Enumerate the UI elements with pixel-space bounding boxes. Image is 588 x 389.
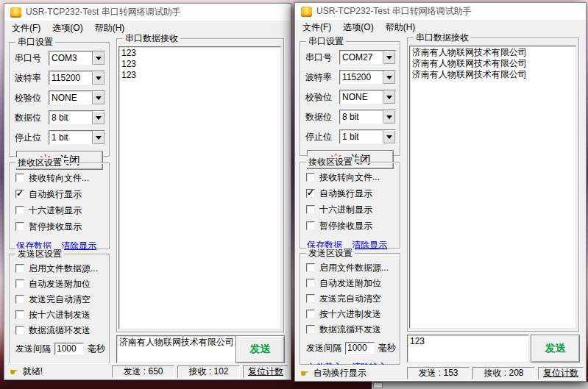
app-icon [10, 7, 21, 18]
menu-file[interactable]: 文件(F) [6, 21, 46, 36]
checkbox-auto-wrap[interactable] [15, 190, 24, 199]
databits-select[interactable]: 8 bit [339, 110, 396, 124]
group-title-send: 发送区设置 [306, 248, 355, 259]
option-row: 启用文件数据源... [15, 263, 106, 274]
receive-settings-group: 接收区设置 接收转向文件... 自动换行显示 十六进制显示 暂停接收显示 保存数… [9, 163, 110, 249]
status-message-area: ☛ 就绪! [6, 365, 109, 378]
dropdown-arrow-icon[interactable] [92, 131, 105, 144]
interval-label: 发送间隔 [15, 343, 51, 355]
data-bits-row: 数据位 8 bit [15, 110, 105, 125]
port-label: 串口号 [305, 51, 339, 64]
send-input[interactable]: 济南有人物联网技术有限公司 [116, 335, 238, 363]
parity-select[interactable]: NONE [49, 90, 105, 105]
clear-display-link[interactable]: 清除显示 [61, 240, 96, 252]
checkbox-clear-after-send[interactable] [15, 295, 24, 304]
send-button[interactable]: 发送 [235, 335, 285, 363]
checkbox-label: 自动发送附加位 [319, 277, 381, 290]
menu-options[interactable]: 选项(O) [46, 21, 88, 36]
interval-input[interactable] [54, 343, 84, 355]
checkbox-label: 数据流循环发送 [29, 324, 91, 337]
checkbox-hex-display[interactable] [15, 206, 24, 215]
checkbox-hex-send[interactable] [306, 310, 315, 318]
stopbits-select[interactable]: 1 bit [339, 129, 396, 144]
dropdown-arrow-icon[interactable] [383, 130, 395, 143]
option-row: 接收转向文件... [15, 173, 106, 183]
checkbox-label: 十六进制显示 [29, 204, 82, 217]
dropdown-arrow-icon[interactable] [383, 51, 395, 64]
interval-input[interactable] [345, 342, 375, 354]
menu-file[interactable]: 文件(F) [297, 20, 337, 35]
stopbits-select[interactable]: 1 bit [49, 130, 105, 145]
checkbox-auto-append[interactable] [15, 279, 24, 288]
checkbox-label: 接收转向文件... [319, 171, 380, 184]
background-window-fragment [373, 382, 383, 388]
checkbox-file-source[interactable] [306, 263, 315, 272]
checkbox-hex-send[interactable] [15, 310, 24, 319]
dropdown-arrow-icon[interactable] [383, 71, 395, 84]
checkbox-pause-receive[interactable] [15, 222, 24, 231]
dropdown-arrow-icon[interactable] [383, 90, 395, 104]
checkbox-auto-wrap[interactable] [306, 189, 315, 198]
status-message-area: ☛ 自动换行显示 [297, 367, 404, 379]
checkbox-receive-to-file[interactable] [306, 173, 315, 182]
dropdown-arrow-icon[interactable] [383, 110, 395, 124]
titlebar[interactable]: USR-TCP232-Test 串口转网络调试助手 [4, 4, 291, 21]
baud-select[interactable]: 115200 [49, 71, 105, 85]
option-row: 按十六进制发送 [306, 309, 397, 319]
dropdown-arrow-icon[interactable] [92, 51, 105, 65]
checkbox-clear-after-send[interactable] [306, 294, 315, 303]
interval-unit: 毫秒 [378, 342, 396, 354]
option-row: 自动换行显示 [15, 189, 106, 199]
serial-port-row: 串口号 COM3 [15, 51, 105, 65]
checkbox-label: 自动换行显示 [29, 188, 82, 201]
send-button[interactable]: 发送 [531, 335, 580, 363]
checkbox-label: 启用文件数据源... [29, 263, 98, 275]
port-select[interactable]: COM3 [49, 51, 105, 65]
checkbox-file-source[interactable] [15, 264, 24, 273]
dropdown-arrow-icon[interactable] [92, 71, 105, 85]
option-row: 数据流循环发送 [15, 325, 106, 335]
port-value: COM3 [49, 53, 92, 63]
checkbox-loop-send[interactable] [15, 326, 24, 335]
pointing-hand-icon: ☛ [300, 368, 309, 379]
send-input[interactable]: 123 [407, 335, 529, 363]
send-settings-group: 发送区设置 启用文件数据源... 自动发送附加位 发送完自动清空 按十六进制发送… [9, 254, 110, 365]
receive-data-area[interactable]: 123 123 123 [118, 46, 281, 329]
menu-options[interactable]: 选项(O) [337, 20, 379, 35]
option-row: 按十六进制发送 [15, 310, 106, 320]
baud-label: 波特率 [15, 72, 49, 85]
background-window-strip [372, 382, 588, 389]
app-window-left: USR-TCP232-Test 串口转网络调试助手 文件(F) 选项(O) 帮助… [4, 3, 291, 380]
app-window-right: USR-TCP232-Test 串口转网络调试助手 文件(F) 选项(O) 帮助… [294, 2, 587, 382]
reset-counter-button[interactable]: 复位计数 [243, 365, 288, 378]
stopbits-label: 停止位 [15, 132, 49, 144]
baud-select[interactable]: 115200 [339, 70, 396, 85]
send-interval-row: 发送间隔 毫秒 [306, 341, 400, 354]
reset-counter-button[interactable]: 复位计数 [538, 367, 584, 379]
dropdown-arrow-icon[interactable] [92, 91, 105, 104]
port-label: 串口号 [15, 52, 49, 65]
send-button-label: 发送 [545, 342, 566, 355]
port-select[interactable]: COM27 [339, 50, 396, 65]
checkbox-hex-display[interactable] [306, 205, 315, 214]
parity-select[interactable]: NONE [339, 90, 396, 104]
receive-data-group: 串口数据接收 济南有人物联网技术有限公司 济南有人物联网技术有限公司 济南有人物… [407, 38, 579, 332]
data-bits-row: 数据位 8 bit [305, 110, 396, 124]
send-settings-group: 发送区设置 启用文件数据源... 自动发送附加位 发送完自动清空 按十六进制发送… [300, 253, 400, 365]
checkbox-auto-append[interactable] [306, 279, 315, 288]
checkbox-receive-to-file[interactable] [15, 174, 24, 182]
option-row: 十六进制显示 [306, 204, 397, 215]
checkbox-label: 按十六进制发送 [29, 309, 91, 321]
receive-data-area[interactable]: 济南有人物联网技术有限公司 济南有人物联网技术有限公司 济南有人物联网技术有限公… [409, 46, 576, 329]
databits-select[interactable]: 8 bit [49, 110, 105, 125]
send-interval-row: 发送间隔 毫秒 [15, 342, 109, 355]
sent-counter: 发送 : 153 [407, 367, 470, 379]
dropdown-arrow-icon[interactable] [92, 111, 105, 124]
stopbits-value: 1 bit [340, 132, 383, 142]
status-message: 就绪! [23, 365, 43, 378]
titlebar[interactable]: USR-TCP232-Test 串口转网络调试助手 [295, 3, 586, 20]
clear-display-link[interactable]: 清除显示 [352, 239, 387, 251]
checkbox-loop-send[interactable] [306, 325, 315, 334]
checkbox-label: 十六进制显示 [319, 204, 372, 216]
checkbox-pause-receive[interactable] [306, 221, 315, 230]
